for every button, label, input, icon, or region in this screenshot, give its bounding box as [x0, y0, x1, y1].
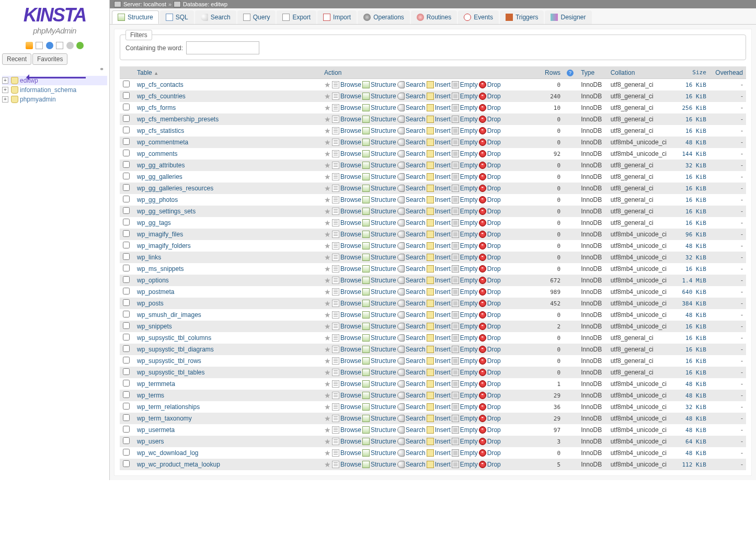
- search-action[interactable]: Search: [397, 208, 426, 215]
- search-action[interactable]: Search: [397, 392, 426, 399]
- structure-action[interactable]: Structure: [362, 357, 396, 365]
- empty-action[interactable]: Empty: [452, 426, 478, 434]
- insert-action[interactable]: Insert: [427, 369, 451, 376]
- drop-action[interactable]: Drop: [479, 392, 501, 399]
- row-checkbox[interactable]: [123, 357, 130, 364]
- search-action[interactable]: Search: [397, 426, 426, 434]
- docs-icon[interactable]: [46, 42, 53, 49]
- search-action[interactable]: Search: [397, 311, 426, 319]
- browse-action[interactable]: Browse: [332, 173, 361, 180]
- row-checkbox[interactable]: [123, 403, 130, 410]
- empty-action[interactable]: Empty: [452, 288, 478, 296]
- insert-action[interactable]: Insert: [427, 357, 451, 365]
- table-name-link[interactable]: wp_cfs_countries: [137, 93, 186, 100]
- insert-action[interactable]: Insert: [427, 323, 451, 330]
- structure-action[interactable]: Structure: [362, 426, 396, 434]
- empty-action[interactable]: Empty: [452, 81, 478, 88]
- favorite-star-icon[interactable]: ★: [324, 196, 331, 204]
- search-action[interactable]: Search: [397, 219, 426, 226]
- favorite-star-icon[interactable]: ★: [324, 311, 331, 319]
- row-checkbox[interactable]: [123, 127, 130, 133]
- tree-item-editwp[interactable]: +editwp: [2, 76, 107, 85]
- th-collation[interactable]: Collation: [608, 66, 675, 79]
- browse-action[interactable]: Browse: [332, 449, 361, 457]
- structure-action[interactable]: Structure: [362, 334, 396, 342]
- row-checkbox[interactable]: [123, 380, 130, 387]
- browse-action[interactable]: Browse: [332, 196, 361, 203]
- favorite-star-icon[interactable]: ★: [324, 253, 331, 262]
- empty-action[interactable]: Empty: [452, 415, 478, 422]
- browse-action[interactable]: Browse: [332, 219, 361, 226]
- search-action[interactable]: Search: [397, 277, 426, 284]
- search-action[interactable]: Search: [397, 415, 426, 422]
- row-checkbox[interactable]: [123, 322, 130, 329]
- tab-triggers[interactable]: Triggers: [500, 10, 544, 24]
- empty-action[interactable]: Empty: [452, 196, 478, 203]
- search-action[interactable]: Search: [397, 254, 426, 261]
- insert-action[interactable]: Insert: [427, 116, 451, 123]
- table-name-link[interactable]: wp_usermeta: [137, 426, 175, 434]
- empty-action[interactable]: Empty: [452, 219, 478, 226]
- browse-action[interactable]: Browse: [332, 392, 361, 399]
- table-name-link[interactable]: wp_supsystic_tbl_columns: [137, 334, 211, 342]
- drop-action[interactable]: Drop: [479, 139, 501, 146]
- favorite-star-icon[interactable]: ★: [324, 184, 331, 192]
- drop-action[interactable]: Drop: [479, 380, 501, 388]
- browse-action[interactable]: Browse: [332, 139, 361, 146]
- row-checkbox[interactable]: [123, 276, 130, 283]
- drop-action[interactable]: Drop: [479, 426, 501, 434]
- insert-action[interactable]: Insert: [427, 93, 451, 100]
- insert-action[interactable]: Insert: [427, 81, 451, 88]
- drop-action[interactable]: Drop: [479, 346, 501, 353]
- search-action[interactable]: Search: [397, 357, 426, 365]
- structure-action[interactable]: Structure: [362, 93, 396, 100]
- insert-action[interactable]: Insert: [427, 162, 451, 169]
- table-name-link[interactable]: wp_supsystic_tbl_rows: [137, 357, 201, 365]
- th-overhead[interactable]: Overhead: [709, 66, 746, 79]
- favorite-star-icon[interactable]: ★: [324, 368, 331, 377]
- browse-action[interactable]: Browse: [332, 208, 361, 215]
- insert-action[interactable]: Insert: [427, 219, 451, 226]
- search-action[interactable]: Search: [397, 300, 426, 307]
- table-name-link[interactable]: wp_wc_product_meta_lookup: [137, 461, 220, 468]
- empty-action[interactable]: Empty: [452, 403, 478, 411]
- browse-action[interactable]: Browse: [332, 265, 361, 272]
- table-name-link[interactable]: wp_cfs_contacts: [137, 81, 184, 88]
- tab-import[interactable]: Import: [317, 10, 357, 24]
- favorite-star-icon[interactable]: ★: [324, 150, 331, 158]
- filter-input[interactable]: [186, 41, 259, 54]
- browse-action[interactable]: Browse: [332, 357, 361, 365]
- empty-action[interactable]: Empty: [452, 323, 478, 330]
- search-action[interactable]: Search: [397, 461, 426, 468]
- structure-action[interactable]: Structure: [362, 415, 396, 422]
- structure-action[interactable]: Structure: [362, 139, 396, 146]
- row-checkbox[interactable]: [123, 311, 130, 317]
- empty-action[interactable]: Empty: [452, 104, 478, 111]
- tree-item-information_schema[interactable]: +information_schema: [2, 85, 107, 95]
- structure-action[interactable]: Structure: [362, 277, 396, 284]
- structure-action[interactable]: Structure: [362, 403, 396, 411]
- search-action[interactable]: Search: [397, 265, 426, 272]
- search-action[interactable]: Search: [397, 380, 426, 388]
- insert-action[interactable]: Insert: [427, 196, 451, 203]
- insert-action[interactable]: Insert: [427, 403, 451, 411]
- link-icon[interactable]: ⚭: [0, 65, 109, 74]
- empty-action[interactable]: Empty: [452, 116, 478, 123]
- table-name-link[interactable]: wp_posts: [137, 300, 164, 307]
- row-checkbox[interactable]: [123, 196, 130, 202]
- empty-action[interactable]: Empty: [452, 127, 478, 134]
- row-checkbox[interactable]: [123, 368, 130, 375]
- favorite-star-icon[interactable]: ★: [324, 288, 331, 296]
- expand-icon[interactable]: +: [2, 96, 8, 103]
- row-checkbox[interactable]: [123, 161, 130, 168]
- browse-action[interactable]: Browse: [332, 403, 361, 411]
- row-checkbox[interactable]: [123, 334, 130, 340]
- bc-server-link[interactable]: localhost: [144, 1, 166, 7]
- table-name-link[interactable]: wp_users: [137, 438, 164, 445]
- favorite-star-icon[interactable]: ★: [324, 380, 331, 388]
- structure-action[interactable]: Structure: [362, 219, 396, 226]
- search-action[interactable]: Search: [397, 150, 426, 157]
- search-action[interactable]: Search: [397, 162, 426, 169]
- empty-action[interactable]: Empty: [452, 369, 478, 376]
- browse-action[interactable]: Browse: [332, 346, 361, 353]
